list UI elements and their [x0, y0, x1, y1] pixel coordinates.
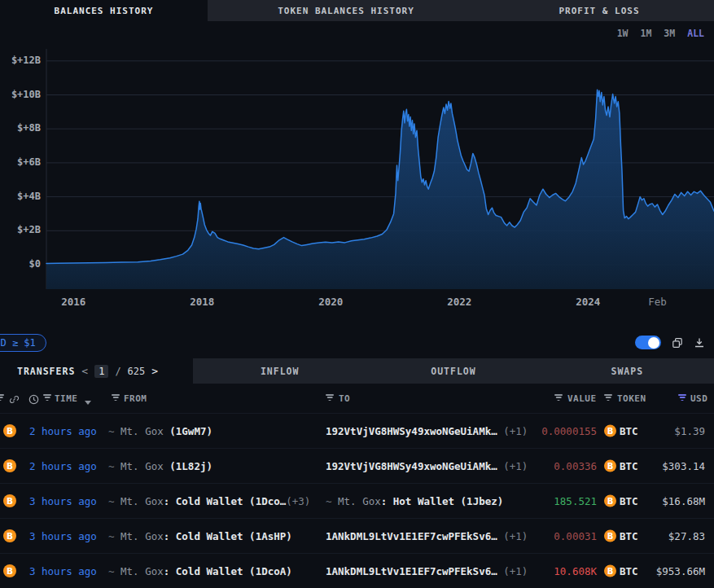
page-separator: /	[115, 366, 120, 377]
table-row[interactable]: B2 hours ago~ Mt. Gox (1GwM7)192VtVjVG8H…	[0, 413, 714, 448]
filter-icon-token[interactable]	[604, 394, 612, 402]
tab-inflow[interactable]: INFLOW	[193, 358, 366, 384]
from-segment: Mt. Gox	[120, 495, 164, 507]
btc-token-icon: B	[3, 529, 16, 542]
filter-icon-value[interactable]	[554, 394, 563, 402]
total-pages: 625	[128, 366, 146, 377]
y-tick-label: $+2B	[0, 224, 41, 235]
header-usd[interactable]: USD	[690, 393, 707, 404]
usd-filter-pill[interactable]: USD ≥ $1	[0, 334, 46, 352]
token-cell: BTC	[620, 425, 638, 437]
header-from[interactable]: FROM	[124, 393, 147, 404]
btc-token-icon: B	[604, 495, 616, 507]
from-cell[interactable]: ~ Mt. Gox: Cold Wallet (1DcoA)	[108, 565, 292, 577]
time-cell[interactable]: 3 hours ago	[29, 495, 97, 507]
time-cell[interactable]: 3 hours ago	[29, 530, 97, 542]
tab-swaps[interactable]: SWAPS	[541, 358, 714, 384]
bitcoin-glyph: B	[3, 459, 16, 472]
chart-toggle-switch[interactable]	[635, 336, 661, 349]
usd-cell: $303.14	[662, 460, 705, 472]
header-to[interactable]: TO	[339, 393, 350, 404]
to-cell[interactable]: 192VtVjVG8HWSy49xwoNGeUiAMk… (+1)	[326, 460, 528, 472]
btc-token-icon: B	[604, 425, 616, 437]
to-segment: Mt. Gox	[338, 495, 381, 507]
from-cell[interactable]: ~ Mt. Gox (1GwM7)	[108, 425, 212, 437]
btc-token-icon: B	[3, 494, 16, 507]
from-cell[interactable]: ~ Mt. Gox (1L82j)	[108, 460, 212, 472]
from-segment: (1L82j)	[169, 460, 212, 472]
table-row[interactable]: B2 hours ago~ Mt. Gox (1L82j)192VtVjVG8H…	[0, 448, 714, 483]
to-segment: : Hot Wallet (1Jbez)	[381, 495, 504, 507]
time-cell[interactable]: 2 hours ago	[29, 460, 97, 472]
filter-icon-from[interactable]	[112, 394, 120, 402]
from-segment: (1GwM7)	[169, 425, 212, 437]
usd-cell: $27.83	[668, 530, 705, 542]
from-segment: Mt. Gox	[120, 565, 164, 577]
chart-controls	[635, 336, 705, 349]
from-cell[interactable]: ~ Mt. Gox: Cold Wallet (1AsHP)	[108, 530, 292, 542]
to-cell[interactable]: 1ANkDML9LtVv1E1EF7cwPFEkSv6… (+1)	[326, 530, 528, 542]
btc-token-icon: B	[604, 460, 616, 472]
header-token[interactable]: TOKEN	[617, 393, 646, 404]
filter-icon-time[interactable]	[43, 394, 51, 402]
from-segment: Mt. Gox	[120, 460, 169, 472]
from-segment: ~	[108, 530, 120, 542]
time-cell[interactable]: 2 hours ago	[29, 425, 97, 437]
filter-icon-usd-active[interactable]	[678, 394, 686, 402]
prev-page-button[interactable]: <	[81, 365, 88, 377]
x-tick-label: 2024	[576, 296, 600, 308]
current-page: 1	[94, 365, 108, 378]
to-segment: (+1)	[497, 565, 528, 577]
usd-cell: $16.68M	[662, 495, 705, 507]
transfers-title[interactable]: TRANSFERS	[17, 366, 75, 377]
token-cell: BTC	[620, 460, 638, 472]
chevron-down-icon[interactable]	[85, 397, 91, 407]
value-cell: 185.521	[554, 495, 597, 507]
btc-token-icon: B	[3, 424, 16, 437]
to-cell[interactable]: ~ Mt. Gox: Hot Wallet (1Jbez)	[326, 495, 503, 507]
table-row[interactable]: B3 hours ago~ Mt. Gox: Cold Wallet (1Dco…	[0, 553, 714, 588]
from-segment: Mt. Gox	[120, 425, 169, 437]
to-segment: 1ANkDML9LtVv1E1EF7cwPFEkSv6…	[326, 530, 497, 542]
copy-icon[interactable]	[672, 337, 683, 349]
to-cell[interactable]: 1ANkDML9LtVv1E1EF7cwPFEkSv6… (+1)	[326, 565, 528, 577]
tab-outflow[interactable]: OUTFLOW	[366, 358, 540, 384]
x-tick-label: 2016	[61, 296, 85, 308]
download-icon[interactable]	[694, 337, 705, 349]
from-cell[interactable]: ~ Mt. Gox: Cold Wallet (1Dco…(+3)	[108, 495, 310, 507]
bitcoin-glyph: B	[604, 460, 616, 472]
from-segment: : Cold Wallet (1DcoA)	[164, 565, 292, 577]
value-cell: 0.0000155	[541, 425, 597, 437]
y-tick-label: $+4B	[0, 191, 41, 202]
from-segment: ~	[108, 425, 120, 437]
from-segment: Mt. Gox	[120, 530, 164, 542]
chart-area-series	[46, 90, 714, 289]
to-segment: (+1)	[497, 530, 528, 542]
next-page-button[interactable]: >	[151, 365, 158, 377]
btc-token-icon: B	[3, 459, 16, 472]
to-cell[interactable]: 192VtVjVG8HWSy49xwoNGeUiAMk… (+1)	[326, 425, 528, 437]
bitcoin-glyph: B	[3, 494, 16, 507]
from-segment: ~	[108, 565, 120, 577]
time-cell[interactable]: 3 hours ago	[29, 565, 97, 577]
to-segment: (+1)	[497, 460, 528, 472]
y-tick-label: $+10B	[0, 89, 41, 100]
usd-cell: $953.66M	[656, 565, 705, 577]
bitcoin-glyph: B	[604, 565, 616, 577]
clock-icon[interactable]	[28, 394, 39, 405]
flow-tabs: INFLOW OUTFLOW SWAPS	[193, 358, 714, 384]
header-value[interactable]: VALUE	[567, 393, 597, 404]
x-tick-label: 2020	[318, 296, 343, 308]
value-cell: 0.00031	[554, 530, 597, 542]
header-time[interactable]: TIME	[55, 393, 78, 404]
to-segment: ~	[326, 495, 338, 507]
table-row[interactable]: B3 hours ago~ Mt. Gox: Cold Wallet (1AsH…	[0, 518, 714, 553]
bitcoin-glyph: B	[3, 424, 16, 437]
link-icon[interactable]	[9, 394, 20, 405]
filter-icon[interactable]	[0, 394, 4, 402]
balance-history-chart[interactable]	[0, 0, 714, 326]
y-tick-label: $0	[0, 258, 41, 270]
filter-icon-to[interactable]	[326, 394, 334, 402]
to-segment: 192VtVjVG8HWSy49xwoNGeUiAMk…	[326, 460, 497, 472]
table-row[interactable]: B3 hours ago~ Mt. Gox: Cold Wallet (1Dco…	[0, 483, 714, 518]
